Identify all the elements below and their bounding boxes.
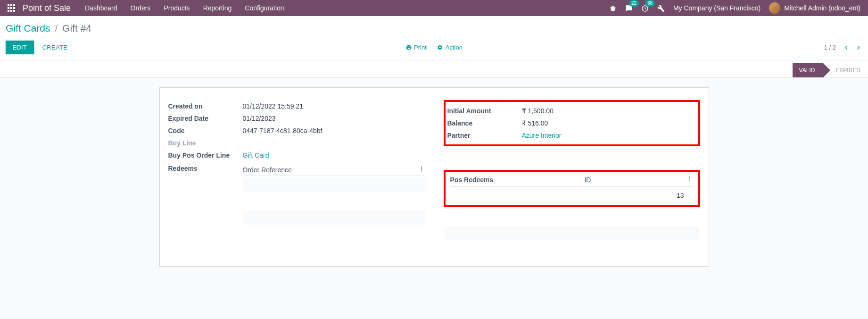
svg-point-15 xyxy=(689,180,690,181)
right-column: Initial Amount ₹ 1,500.00 Balance ₹ 516.… xyxy=(444,100,700,240)
menu-orders[interactable]: Orders xyxy=(131,4,151,12)
action-button[interactable]: Action xyxy=(437,44,463,51)
pager-counter[interactable]: 1 / 2 xyxy=(824,44,836,51)
redeems-list: Order Reference xyxy=(243,164,425,225)
expired-date-label: Expired Date xyxy=(168,115,243,122)
left-column: Created on 01/12/2022 15:59:21 Expired D… xyxy=(168,100,425,240)
apps-icon[interactable] xyxy=(8,4,15,12)
svg-point-13 xyxy=(689,176,690,177)
gear-icon xyxy=(437,44,443,50)
cp-left: EDIT CREATE xyxy=(6,41,67,54)
control-panel: EDIT CREATE Print Action 1 / 2 xyxy=(0,38,868,60)
svg-point-10 xyxy=(421,167,422,168)
main-menu: Dashboard Orders Products Reporting Conf… xyxy=(85,4,284,12)
redeems-row-spacer xyxy=(243,210,425,225)
pager-nav xyxy=(843,44,862,51)
breadcrumb-back[interactable]: Gift Cards xyxy=(6,23,50,34)
redeems-list-header: Order Reference xyxy=(243,164,425,176)
app-brand[interactable]: Point of Sale xyxy=(23,3,71,13)
initial-amount-value: ₹ 1,500.00 xyxy=(522,107,696,115)
pos-redeems-options-icon[interactable] xyxy=(686,176,693,184)
svg-rect-6 xyxy=(8,10,9,12)
expired-date-value: 01/12/2023 xyxy=(243,115,425,122)
initial-amount-label: Initial Amount xyxy=(447,107,522,115)
svg-point-11 xyxy=(421,168,422,169)
edit-button[interactable]: EDIT xyxy=(6,41,34,54)
user-menu[interactable]: Mitchell Admin (odoo_ent) xyxy=(769,2,860,14)
balance-value: ₹ 516.00 xyxy=(522,119,696,127)
svg-point-14 xyxy=(689,178,690,179)
action-label: Action xyxy=(446,44,463,51)
redeems-label: Redeems xyxy=(168,164,243,225)
balance-label: Balance xyxy=(447,119,522,127)
activities-icon[interactable]: 38 xyxy=(641,4,649,12)
user-name: Mitchell Admin (odoo_ent) xyxy=(784,4,860,12)
pos-redeems-id-header[interactable]: ID xyxy=(584,176,591,184)
navbar-right: 22 38 My Company (San Francisco) Mitchel… xyxy=(609,2,860,14)
svg-rect-0 xyxy=(8,4,9,6)
buy-line-label: Buy Line xyxy=(168,139,243,147)
status-valid[interactable]: VALID xyxy=(793,63,824,77)
breadcrumb-current: Gift #4 xyxy=(62,23,91,34)
sheet-wrap: Created on 01/12/2022 15:59:21 Expired D… xyxy=(0,78,868,276)
cp-center: Print Action xyxy=(405,44,463,51)
breadcrumb-separator: / xyxy=(55,23,58,34)
svg-rect-3 xyxy=(8,7,9,9)
menu-dashboard[interactable]: Dashboard xyxy=(85,4,117,12)
created-on-value: 01/12/2022 15:59:21 xyxy=(243,102,425,110)
form-sheet: Created on 01/12/2022 15:59:21 Expired D… xyxy=(159,87,709,267)
developer-tools-icon[interactable] xyxy=(657,4,665,12)
highlight-amounts: Initial Amount ₹ 1,500.00 Balance ₹ 516.… xyxy=(444,100,700,146)
messages-badge: 22 xyxy=(629,0,639,7)
company-selector[interactable]: My Company (San Francisco) xyxy=(673,4,761,12)
redeems-options-icon[interactable] xyxy=(418,166,425,174)
buy-pos-order-line-value[interactable]: Gift Card xyxy=(243,151,269,159)
svg-rect-8 xyxy=(13,10,15,12)
partner-value[interactable]: Azure Interior xyxy=(522,132,562,139)
pos-redeems-title: Pos Redeems xyxy=(450,176,494,184)
menu-configuration[interactable]: Configuration xyxy=(245,4,284,12)
pos-redeems-row[interactable]: 13 xyxy=(450,188,694,202)
cp-right: 1 / 2 xyxy=(824,44,862,51)
svg-rect-4 xyxy=(10,7,12,9)
breadcrumb: Gift Cards / Gift #4 xyxy=(6,23,91,34)
svg-rect-5 xyxy=(13,7,15,9)
breadcrumb-bar: Gift Cards / Gift #4 xyxy=(0,16,868,38)
print-icon xyxy=(405,44,412,50)
redeems-row-empty xyxy=(243,177,425,192)
activities-badge: 38 xyxy=(645,0,655,7)
svg-point-12 xyxy=(421,170,422,171)
svg-rect-1 xyxy=(10,4,12,6)
created-on-label: Created on xyxy=(168,102,243,110)
bug-icon[interactable] xyxy=(609,4,617,12)
status-bar: VALID EXPIRED xyxy=(0,60,868,78)
code-label: Code xyxy=(168,127,243,134)
highlight-pos-redeems: Pos Redeems ID 13 xyxy=(444,170,700,207)
print-label: Print xyxy=(414,44,427,51)
messages-icon[interactable]: 22 xyxy=(625,4,633,12)
pager-prev-icon[interactable] xyxy=(843,44,850,51)
svg-rect-7 xyxy=(10,10,12,12)
svg-rect-2 xyxy=(13,4,15,6)
buy-pos-order-line-label: Buy Pos Order Line xyxy=(168,151,243,159)
top-navbar: Point of Sale Dashboard Orders Products … xyxy=(0,0,868,16)
pager-next-icon[interactable] xyxy=(855,44,862,51)
status-expired[interactable]: EXPIRED xyxy=(828,63,868,77)
redeems-header-order-ref[interactable]: Order Reference xyxy=(243,166,292,174)
buy-line-value xyxy=(243,139,425,147)
partner-label: Partner xyxy=(447,132,522,139)
pos-redeems-id-value: 13 xyxy=(677,192,694,199)
menu-products[interactable]: Products xyxy=(164,4,190,12)
pos-redeems-header: Pos Redeems ID xyxy=(450,175,694,187)
code-value: 0447-7187-4c81-80ca-4bbf xyxy=(243,127,425,134)
menu-reporting[interactable]: Reporting xyxy=(203,4,232,12)
create-button[interactable]: CREATE xyxy=(42,44,68,51)
print-button[interactable]: Print xyxy=(405,44,427,51)
pos-redeems-spacer xyxy=(444,226,700,240)
avatar xyxy=(769,2,780,14)
